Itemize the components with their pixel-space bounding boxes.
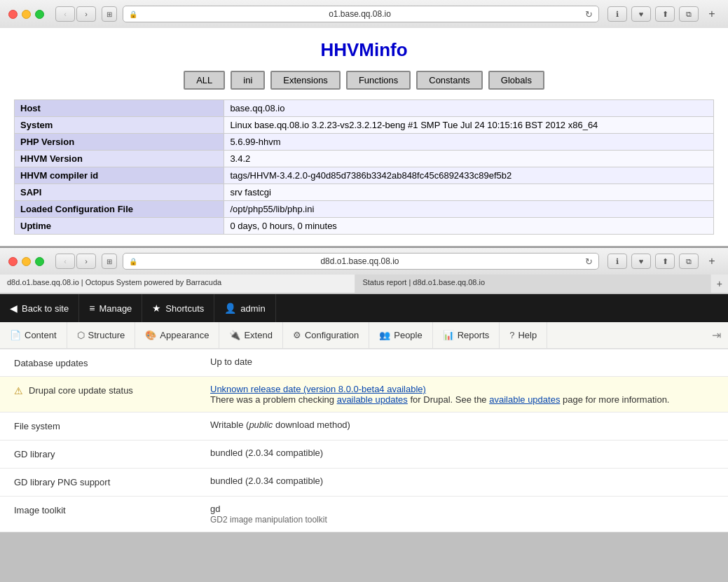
second-titlebar: ‹ › ⊞ 🔒 d8d.o1.base.qq.08.io ↻ ℹ ♥ ⬆ ⧉ +: [0, 248, 728, 275]
new-tab-plus[interactable]: +: [711, 275, 728, 293]
status-row-fs: File system Writable (public download me…: [0, 413, 728, 441]
nav-reports[interactable]: 📊 Reports: [433, 322, 500, 348]
image-value-main: gd: [210, 504, 220, 514]
update-version-link[interactable]: Unknown release date (version 8.0.0-beta…: [210, 384, 426, 394]
hhvm-nav-constants[interactable]: Constants: [416, 71, 483, 90]
maximize-button-second[interactable]: [35, 257, 44, 266]
admin-user-button[interactable]: 👤 admin: [214, 294, 275, 322]
forward-button-second[interactable]: ›: [76, 254, 96, 269]
hhvm-table-row: SystemLinux base.qq.08.io 3.2.23-vs2.3.2…: [15, 117, 714, 134]
back-to-site-button[interactable]: ◀ Back to site: [0, 294, 79, 322]
hhvm-table-row: PHP Version5.6.99-hhvm: [15, 134, 714, 151]
address-bar-second[interactable]: 🔒 d8d.o1.base.qq.08.io ↻: [123, 253, 599, 270]
url-text-top: o1.base.qq.08.io: [140, 9, 579, 19]
share-button-top[interactable]: ⬆: [655, 6, 675, 22]
new-tab-button-second[interactable]: +: [704, 254, 720, 269]
hhvm-row-label-0: Host: [15, 100, 224, 117]
close-button-second[interactable]: [8, 257, 18, 266]
nav-content[interactable]: 📄 Content: [0, 322, 67, 348]
available-updates-link-1[interactable]: available updates: [337, 394, 408, 405]
nav-appearance-label: Appearance: [160, 330, 209, 340]
hhvm-nav-extensions[interactable]: Extensions: [270, 71, 341, 90]
tab-view-button-top[interactable]: ⊞: [102, 6, 117, 22]
nav-extend-label: Extend: [244, 330, 272, 340]
minimize-button-second[interactable]: [22, 257, 31, 266]
status-label-gd: GD library: [14, 448, 210, 459]
drupal-nav-bar: 📄 Content ⬡ Structure 🎨 Appearance 🔌 Ext…: [0, 322, 728, 349]
hhvm-content: HHVMinfo ALL ini Extensions Functions Co…: [0, 28, 728, 246]
hhvm-title: HHVMinfo: [14, 39, 714, 61]
nav-appearance[interactable]: 🎨 Appearance: [135, 322, 219, 348]
back-button-second[interactable]: ‹: [55, 254, 75, 269]
close-button-top[interactable]: [8, 10, 18, 19]
status-value-drupal: Unknown release date (version 8.0.0-beta…: [210, 384, 714, 405]
maximize-button-top[interactable]: [35, 10, 44, 19]
configuration-icon: ⚙: [293, 330, 301, 340]
info-button-second[interactable]: ℹ: [607, 254, 627, 269]
status-row-gd: GD library bundled (2.0.34 compatible): [0, 441, 728, 469]
warning-icon: ⚠: [14, 385, 23, 396]
hhvm-nav-globals[interactable]: Globals: [488, 71, 544, 90]
nav-content-label: Content: [25, 330, 57, 340]
db-label-text: Database updates: [14, 358, 88, 368]
shortcuts-icon: ★: [152, 303, 161, 314]
back-to-site-label: Back to site: [22, 303, 69, 314]
reader-button-second[interactable]: ♥: [631, 254, 651, 269]
reload-button-second[interactable]: ↻: [585, 256, 593, 267]
status-value-db: Up to date: [210, 356, 714, 367]
hhvm-nav-functions[interactable]: Functions: [346, 71, 411, 90]
manage-icon: ≡: [89, 303, 95, 314]
hhvm-row-label-1: System: [15, 117, 224, 134]
manage-button[interactable]: ≡ Manage: [79, 294, 142, 322]
nav-end-icon: ⇥: [712, 328, 721, 342]
nav-people[interactable]: 👥 People: [369, 322, 432, 348]
status-row-drupal-update: ⚠ Drupal core update status Unknown rele…: [0, 377, 728, 413]
new-tab-button-top[interactable]: +: [704, 6, 720, 22]
hhvm-row-label-7: Uptime: [15, 218, 224, 235]
status-value-fs: Writable (public download method): [210, 420, 714, 430]
minimize-button-top[interactable]: [22, 10, 31, 19]
hhvm-nav: ALL ini Extensions Functions Constants G…: [14, 71, 714, 90]
lock-icon-second: 🔒: [129, 258, 137, 265]
nav-help[interactable]: ? Help: [500, 322, 547, 348]
browser-tab-2[interactable]: Status report | d8d.o1.base.qq.08.io: [355, 275, 710, 293]
window-button-top[interactable]: ⧉: [679, 6, 699, 22]
back-button-top[interactable]: ‹: [55, 6, 75, 22]
people-icon: 👥: [379, 330, 390, 340]
status-value-image: gd GD2 image manipulation toolkit: [210, 504, 714, 525]
available-updates-link-2[interactable]: available updates: [489, 394, 560, 405]
update-text-1: There was a problem checking: [210, 394, 337, 405]
nav-reports-label: Reports: [458, 330, 490, 340]
address-bar-top[interactable]: 🔒 o1.base.qq.08.io ↻: [123, 6, 599, 22]
tab-view-button-second[interactable]: ⊞: [102, 254, 117, 269]
structure-icon: ⬡: [77, 330, 85, 340]
nav-configuration[interactable]: ⚙ Configuration: [283, 322, 369, 348]
hhvm-table-row: HHVM Version3.4.2: [15, 151, 714, 167]
hhvm-row-label-2: PHP Version: [15, 134, 224, 151]
hhvm-row-label-3: HHVM Version: [15, 151, 224, 167]
status-value-gd: bundled (2.0.34 compatible): [210, 448, 714, 458]
hhvm-nav-ini[interactable]: ini: [231, 71, 265, 90]
top-titlebar: ‹ › ⊞ 🔒 o1.base.qq.08.io ↻ ℹ ♥ ⬆ ⧉ +: [0, 0, 728, 28]
reader-button-top[interactable]: ♥: [631, 6, 651, 22]
status-label-db: Database updates: [14, 356, 210, 368]
info-button-top[interactable]: ℹ: [607, 6, 627, 22]
nav-extend[interactable]: 🔌 Extend: [219, 322, 282, 348]
nav-structure[interactable]: ⬡ Structure: [67, 322, 136, 348]
browser-tabs-row: d8d.o1.base.qq.08.io | Octopus System po…: [0, 275, 728, 293]
status-label-image: Image toolkit: [14, 504, 210, 515]
nav-end: ⇥: [705, 322, 728, 348]
reload-button-top[interactable]: ↻: [585, 9, 593, 20]
share-button-second[interactable]: ⬆: [655, 254, 675, 269]
user-icon: 👤: [224, 303, 236, 314]
forward-button-top[interactable]: ›: [76, 6, 96, 22]
shortcuts-button[interactable]: ★ Shortcuts: [142, 294, 214, 322]
help-icon: ?: [509, 330, 514, 340]
browser-actions-second: ℹ ♥ ⬆ ⧉: [607, 254, 699, 269]
hhvm-nav-all[interactable]: ALL: [184, 71, 225, 90]
hhvm-row-value-5: srv fastcgi: [224, 184, 714, 201]
back-icon: ◀: [10, 303, 18, 314]
content-icon: 📄: [10, 330, 21, 340]
window-button-second[interactable]: ⧉: [679, 254, 699, 269]
browser-tab-1[interactable]: d8d.o1.base.qq.08.io | Octopus System po…: [0, 275, 355, 293]
